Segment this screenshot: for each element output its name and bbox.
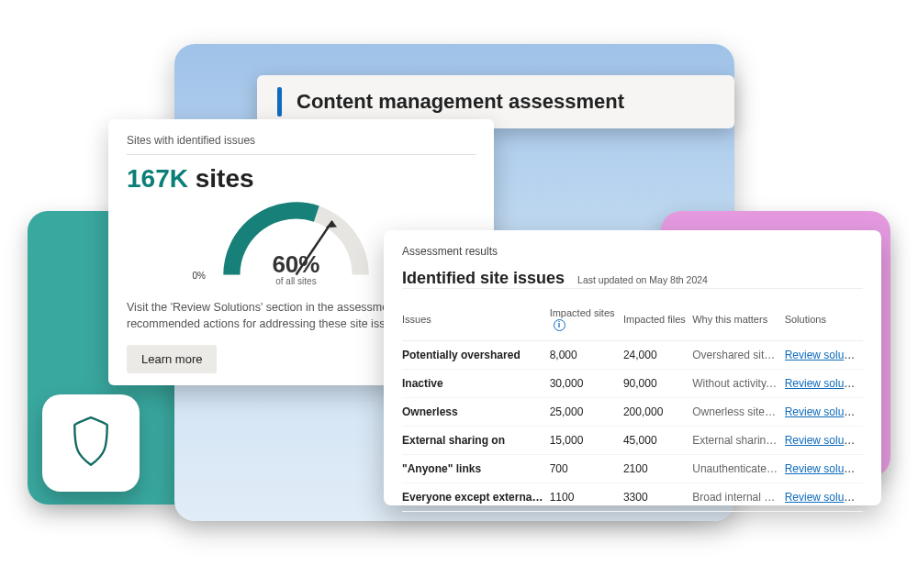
info-icon[interactable]: i — [554, 319, 565, 331]
sites-count-headline: 167K sites — [127, 164, 476, 194]
issue-sites: 15,000 — [550, 426, 623, 454]
review-solutions-link[interactable]: Review solutions — [785, 491, 863, 504]
issue-sites: 700 — [550, 454, 623, 483]
issue-sites: 8,000 — [550, 340, 623, 369]
issue-name: Ownerless — [402, 397, 550, 426]
sites-card-subtitle: Sites with identified issues — [127, 134, 476, 155]
learn-more-button[interactable]: Learn more — [127, 345, 217, 373]
results-heading: Identified site issues — [402, 269, 565, 288]
issue-sites: 1100 — [550, 483, 623, 511]
results-last-updated: Last updated on May 8th 2024 — [577, 274, 708, 285]
issue-name: External sharing on — [402, 426, 550, 454]
issue-files: 200,000 — [623, 397, 692, 426]
assessment-results-card: Assessment results Identified site issue… — [384, 230, 881, 505]
issues-table-header-row: Issues Impacted sites i Impacted files W… — [402, 300, 863, 340]
issue-why: Overshared sites ca… — [692, 340, 784, 369]
issue-why: External sharing wit… — [692, 426, 784, 454]
issue-name: Potentially overshared — [402, 340, 550, 369]
title-accent-bar — [277, 87, 282, 116]
review-solutions-link[interactable]: Review solutions — [785, 405, 863, 418]
assessment-title: Content management assessment — [297, 90, 624, 114]
sites-count-unit: sites — [196, 164, 254, 193]
results-pre-heading: Assessment results — [402, 245, 863, 258]
issue-files: 3300 — [623, 483, 692, 511]
review-solutions-link[interactable]: Review solutions — [785, 434, 863, 447]
col-issues: Issues — [402, 300, 550, 340]
col-impacted-sites: Impacted sites i — [550, 300, 623, 340]
table-row: "Anyone" links 700 2100 Unauthenticated … — [402, 454, 863, 483]
col-impacted-files: Impacted files — [623, 300, 692, 340]
issue-name: Inactive — [402, 369, 550, 397]
issue-files: 24,000 — [623, 340, 692, 369]
gauge-percent: 60% — [272, 252, 319, 276]
issue-name: "Anyone" links — [402, 454, 550, 483]
table-row: Everyone except external users 1100 3300… — [402, 483, 863, 511]
gauge-min-label: 0% — [192, 271, 205, 286]
issues-table: Issues Impacted sites i Impacted files W… — [402, 300, 863, 512]
issue-why: Ownerless sites lack… — [692, 397, 784, 426]
col-impacted-sites-label: Impacted sites — [550, 307, 615, 318]
table-row: External sharing on 15,000 45,000 Extern… — [402, 426, 863, 454]
review-solutions-link[interactable]: Review solutions — [785, 349, 863, 361]
gauge-sublabel: of all sites — [275, 276, 316, 286]
review-solutions-link[interactable]: Review solutions — [785, 462, 863, 475]
table-row: Inactive 30,000 90,000 Without activity,… — [402, 369, 863, 397]
col-solutions: Solutions — [785, 300, 863, 340]
table-row: Ownerless 25,000 200,000 Ownerless sites… — [402, 397, 863, 426]
issue-why: Unauthenticated ac… — [692, 454, 784, 483]
issue-files: 90,000 — [623, 369, 692, 397]
shield-tile — [42, 394, 140, 492]
review-solutions-link[interactable]: Review solutions — [785, 377, 863, 390]
col-why: Why this matters — [692, 300, 784, 340]
issue-files: 45,000 — [623, 426, 692, 454]
issue-sites: 25,000 — [550, 397, 623, 426]
issue-name: Everyone except external users — [402, 483, 550, 511]
issues-table-body: Potentially overshared 8,000 24,000 Over… — [402, 340, 863, 511]
issue-sites: 30,000 — [550, 369, 623, 397]
shield-icon — [66, 415, 116, 472]
issue-files: 2100 — [623, 454, 692, 483]
table-row: Potentially overshared 8,000 24,000 Over… — [402, 340, 863, 369]
gauge-chart: 60% of all sites — [220, 199, 372, 286]
sites-count-value: 167K — [127, 164, 188, 193]
issue-why: Without activity, sit… — [692, 369, 784, 397]
issue-why: Broad internal shari… — [692, 483, 784, 511]
